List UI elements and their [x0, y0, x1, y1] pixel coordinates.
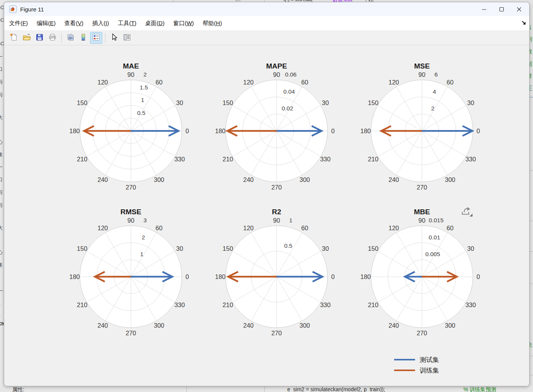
radius-tick-label: 1.5 — [140, 84, 148, 91]
angle-tick-label: 150 — [77, 245, 88, 252]
angle-tick-label: 60 — [301, 79, 308, 86]
clipped-window-text: 口 — [0, 176, 3, 183]
clipped-window-text: 与 — [0, 189, 3, 196]
radius-tick-label: 0.02 — [282, 105, 293, 112]
angle-tick-label: 180 — [69, 127, 80, 134]
angle-tick-label: 330 — [465, 156, 476, 163]
plot-legend[interactable]: 测试集训练集 — [394, 354, 439, 376]
edit-plot-button[interactable] — [108, 32, 120, 44]
menu-item-e[interactable]: 编辑(E) — [33, 16, 59, 30]
radius-tick-label: 0.06 — [285, 71, 296, 78]
clipped-editor-text: 属性: — [12, 386, 24, 392]
menu-item-v[interactable]: 查看(V) — [60, 16, 87, 30]
clipped-window-text: 一 — [0, 164, 3, 171]
angle-tick-label: 240 — [97, 322, 108, 329]
angle-tick-label: 120 — [243, 79, 254, 86]
angle-tick-label: 180 — [69, 273, 80, 280]
angle-tick-label: 330 — [174, 301, 185, 308]
insert-colorbar-button[interactable] — [77, 32, 89, 44]
menu-item-w[interactable]: 窗口(W) — [169, 16, 197, 30]
new-figure-icon — [10, 33, 18, 43]
angle-tick-label: 240 — [243, 322, 254, 329]
title-bar: Figure 11 — [4, 2, 529, 16]
property-inspector-button[interactable] — [121, 32, 133, 44]
angle-tick-label: 300 — [154, 176, 164, 183]
polar-plot-rmse: 0306090120150180210240270300330123RMSE — [59, 204, 203, 349]
close-button[interactable] — [510, 2, 528, 16]
angle-tick-label: 90 — [127, 71, 134, 78]
angle-tick-label: 150 — [368, 99, 379, 106]
polar-plot-mae: 03060901201501802102402703003300.511.52M… — [59, 59, 203, 203]
angle-tick-label: 90 — [418, 71, 425, 78]
plot-title: MSE — [414, 62, 430, 70]
angle-tick-label: 60 — [447, 79, 453, 86]
angle-tick-label: 180 — [360, 127, 371, 134]
angle-tick-label: 330 — [320, 301, 331, 308]
window-title: Figure 11 — [20, 6, 44, 13]
clipped-editor-text: e_sim2 = simulateckan(model2, p_train)); — [287, 386, 385, 392]
open-file-button[interactable] — [21, 32, 33, 44]
angle-tick-label: 90 — [127, 217, 134, 224]
window-controls — [475, 2, 528, 16]
angle-tick-label: 330 — [465, 301, 476, 308]
angle-tick-label: 90 — [273, 71, 280, 78]
legend-entry: 训练集 — [394, 365, 439, 376]
angle-tick-label: 300 — [154, 322, 164, 329]
angle-tick-label: 210 — [368, 301, 379, 308]
clipped-window-text: 一 — [0, 53, 3, 60]
angle-tick-label: 270 — [417, 184, 427, 191]
menu-item-h[interactable]: 帮助(H) — [199, 16, 226, 30]
toolbar-separator — [105, 33, 105, 43]
angle-tick-label: 30 — [467, 245, 474, 252]
menu-item-i[interactable]: 插入(I) — [88, 16, 113, 30]
angle-tick-label: 330 — [320, 156, 331, 163]
menu-item-d[interactable]: 桌面(D) — [142, 16, 169, 30]
clipped-window-text: 大 — [0, 225, 3, 231]
print-figure-button[interactable] — [46, 32, 59, 44]
angle-tick-label: 270 — [126, 184, 136, 191]
angle-tick-label: 270 — [126, 330, 136, 336]
toolbar-separator — [61, 33, 62, 43]
menu-item-t[interactable]: 工具(T) — [114, 16, 140, 30]
angle-tick-label: 0 — [476, 273, 480, 280]
insert-legend-icon — [92, 33, 100, 43]
insert-colorbar-icon — [79, 33, 88, 43]
maximize-button[interactable] — [493, 2, 510, 16]
close-icon — [517, 7, 522, 12]
clipped-window-text: 与 — [0, 91, 3, 98]
angle-tick-label: 150 — [368, 245, 379, 252]
insert-legend-button[interactable] — [90, 32, 102, 44]
angle-tick-label: 240 — [388, 322, 399, 329]
angle-tick-label: 240 — [97, 176, 108, 183]
plot-title: MBE — [414, 208, 430, 216]
angle-tick-label: 330 — [174, 156, 185, 163]
radius-tick-label: 2 — [142, 234, 145, 241]
edit-plot-icon — [110, 33, 118, 43]
clipped-window-text: 心 — [0, 139, 3, 146]
radius-tick-label: 2 — [143, 71, 147, 78]
linked-plot-button[interactable] — [64, 32, 76, 44]
angle-tick-label: 90 — [273, 217, 280, 224]
plot-title: RMSE — [121, 208, 142, 216]
angle-tick-label: 150 — [77, 99, 88, 106]
clipped-window-text: 果 — [0, 151, 3, 158]
angle-tick-label: 120 — [388, 225, 399, 231]
angle-tick-label: 210 — [223, 301, 233, 308]
new-figure-button[interactable] — [8, 32, 20, 44]
angle-tick-label: 30 — [467, 99, 474, 106]
angle-tick-label: 270 — [271, 330, 282, 336]
angle-tick-label: 0 — [185, 273, 189, 280]
angle-tick-label: 240 — [388, 176, 399, 183]
menu-overflow-arrow-icon[interactable] — [521, 20, 527, 27]
angle-tick-label: 180 — [215, 127, 226, 134]
save-figure-button[interactable] — [33, 32, 46, 44]
radius-tick-label: 1 — [140, 251, 143, 257]
angle-tick-label: 120 — [97, 225, 108, 231]
radius-tick-label: 0.04 — [283, 88, 295, 95]
menu-item-f[interactable]: 文件(F) — [5, 16, 32, 30]
minimize-button[interactable] — [475, 2, 493, 16]
linked-plot-icon — [66, 33, 75, 43]
angle-tick-label: 30 — [176, 245, 183, 252]
angle-tick-label: 210 — [368, 156, 379, 163]
angle-tick-label: 30 — [322, 245, 329, 252]
